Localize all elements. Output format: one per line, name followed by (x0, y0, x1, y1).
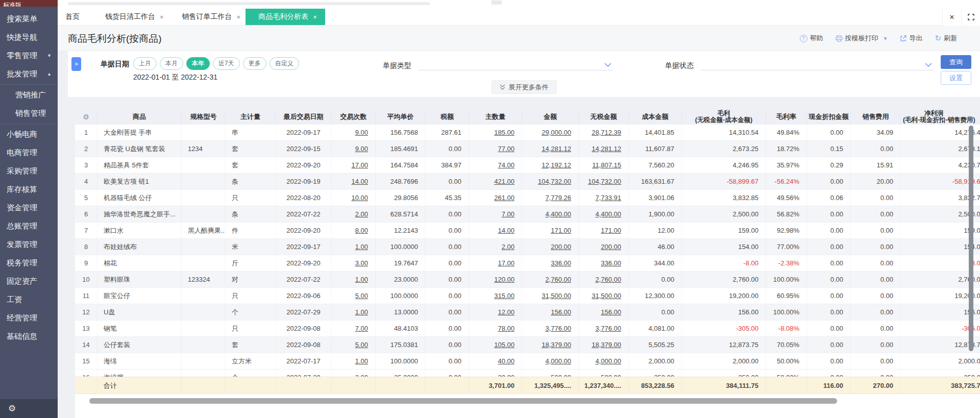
sidebar-item-经营管理[interactable]: 经营管理 (0, 309, 58, 327)
sidebar-item-基础信息[interactable]: 基础信息 (0, 327, 58, 346)
cell-net_amount[interactable]: 156.00 (579, 304, 629, 320)
cell-qty[interactable]: 77.00 (469, 141, 522, 157)
export-button[interactable]: 导出 (900, 34, 922, 43)
cell-trade_count[interactable]: 17.00 (332, 157, 376, 173)
cell-amount[interactable]: 4,000.00 (522, 353, 579, 369)
date-pill-自定义[interactable]: 自定义 (270, 57, 299, 70)
tab-钱货日清工作台[interactable]: 钱货日清工作台× (105, 9, 164, 25)
cell-qty[interactable]: 40.00 (469, 353, 522, 369)
sidebar-item-税务管理[interactable]: 税务管理 (0, 254, 58, 272)
cell-net_amount[interactable]: 500.00 (579, 370, 629, 377)
sidebar-item-工资[interactable]: 工资 (0, 290, 58, 309)
tab-首页[interactable]: 首页 (58, 9, 91, 25)
cell-net_amount[interactable]: 7,733.91 (579, 190, 629, 206)
cell-qty[interactable]: 105.00 (469, 337, 522, 353)
close-icon[interactable]: × (942, 9, 961, 26)
cell-qty[interactable]: 74.00 (469, 157, 522, 173)
cell-amount[interactable]: 3,776.00 (522, 321, 579, 336)
cell-qty[interactable]: 261.00 (469, 190, 522, 206)
sidebar-item-搜索菜单[interactable]: 搜索菜单 (0, 10, 58, 28)
cell-trade_count[interactable]: 3.00 (332, 255, 376, 271)
vertical-scrollbar-thumb[interactable] (969, 126, 973, 351)
settings-button[interactable]: 设置 (941, 71, 971, 85)
cell-net_amount[interactable]: 3,776.00 (579, 321, 629, 336)
cell-qty[interactable]: 315.00 (469, 288, 522, 304)
cell-amount[interactable]: 171.00 (522, 223, 579, 238)
sidebar-item-固定资产[interactable]: 固定资产 (0, 272, 58, 290)
fullscreen-icon[interactable] (961, 9, 980, 26)
cell-net_amount[interactable]: 11,807.15 (579, 157, 629, 173)
sidebar-item-采购管理[interactable]: 采购管理 (0, 162, 58, 180)
cell-trade_count[interactable]: 10.00 (332, 190, 376, 206)
cell-net_amount[interactable]: 200.00 (579, 239, 629, 255)
cell-amount[interactable]: 2,760.00 (522, 272, 579, 287)
help-button[interactable]: ? 帮助 (800, 34, 823, 43)
cell-amount[interactable]: 104,732.00 (522, 174, 579, 189)
date-pill-本年[interactable]: 本年 (186, 57, 210, 70)
cell-qty[interactable]: 20.00 (469, 370, 522, 377)
cell-net_amount[interactable]: 28,712.39 (579, 125, 629, 140)
date-pill-本月[interactable]: 本月 (160, 57, 183, 70)
sidebar-item-资金管理[interactable]: 资金管理 (0, 199, 58, 217)
cell-amount[interactable]: 336.00 (522, 255, 579, 271)
sidebar-item-营销推广[interactable]: 营销推广 (0, 86, 58, 104)
cell-net_amount[interactable]: 14,281.12 (579, 141, 629, 157)
sidebar-item-小畅电商[interactable]: 小畅电商 (0, 125, 58, 143)
cell-trade_count[interactable]: 1.00 (332, 304, 376, 320)
sidebar-item-快捷导航[interactable]: 快捷导航 (0, 28, 58, 46)
cell-amount[interactable]: 29,000.00 (522, 125, 579, 140)
sidebar-item-批发管理[interactable]: 批发管理▲ (0, 65, 58, 83)
print-by-template-button[interactable]: 按模板打印 ▼ (836, 34, 888, 43)
cell-amount[interactable]: 14,281.12 (522, 141, 579, 157)
cell-trade_count[interactable]: 9.00 (332, 125, 376, 140)
date-pill-近7天[interactable]: 近7天 (213, 57, 240, 70)
cell-trade_count[interactable]: 9.00 (332, 141, 376, 157)
cell-net_amount[interactable]: 171.00 (579, 223, 629, 238)
collapse-filter-button[interactable]: » (71, 57, 81, 71)
cell-net_amount[interactable]: 104,732.00 (579, 174, 629, 189)
expand-more-conditions-button[interactable]: 展开更多条件 (492, 80, 557, 94)
cell-qty[interactable]: 7.00 (469, 206, 522, 222)
cell-trade_count[interactable]: 8.00 (332, 223, 376, 238)
cell-amount[interactable]: 7,779.26 (522, 190, 579, 206)
cell-trade_count[interactable]: 14.00 (332, 174, 376, 189)
cell-qty[interactable]: 2.00 (469, 239, 522, 255)
type-select[interactable] (419, 58, 612, 70)
cell-net_amount[interactable]: 4,000.00 (579, 353, 629, 369)
close-tab-icon[interactable]: × (313, 13, 317, 21)
cell-trade_count[interactable]: 1.00 (332, 353, 376, 369)
cell-amount[interactable]: 500.00 (522, 370, 579, 377)
cell-qty[interactable]: 12.00 (469, 304, 522, 320)
status-select[interactable] (701, 58, 933, 70)
horizontal-scrollbar-thumb[interactable] (89, 398, 837, 404)
date-range-value[interactable]: 2022-01-01 至 2022-12-31 (133, 73, 217, 82)
tab-销售订单工作台[interactable]: 销售订单工作台× (182, 9, 241, 25)
cell-net_amount[interactable]: 4,400.00 (579, 206, 629, 222)
cell-qty[interactable]: 120.00 (469, 272, 522, 287)
sidebar-item-总账管理[interactable]: 总账管理 (0, 217, 58, 235)
cell-amount[interactable]: 12,192.12 (522, 157, 579, 173)
cell-qty[interactable]: 78.00 (469, 321, 522, 336)
sidebar-item-库存核算[interactable]: 库存核算 (0, 180, 58, 199)
cell-trade_count[interactable]: 5.00 (332, 288, 376, 304)
refresh-button[interactable]: ↻ 刷新 (935, 34, 957, 43)
cell-qty[interactable]: 14.00 (469, 223, 522, 238)
cell-amount[interactable]: 200.00 (522, 239, 579, 255)
close-tab-icon[interactable]: × (160, 13, 164, 21)
sidebar-item-零售管理[interactable]: 零售管理▼ (0, 46, 58, 65)
date-pill-更多[interactable]: 更多 (243, 57, 266, 70)
cell-trade_count[interactable]: 2.00 (332, 370, 376, 377)
cell-qty[interactable]: 185.00 (469, 125, 522, 140)
cell-trade_count[interactable]: 2.00 (332, 206, 376, 222)
sidebar-item-销售管理[interactable]: 销售管理 (0, 104, 58, 122)
query-button[interactable]: 查询 (941, 55, 971, 69)
cell-net_amount[interactable]: 2,760.00 (579, 272, 629, 287)
cell-amount[interactable]: 4,400.00 (522, 206, 579, 222)
cell-qty[interactable]: 421.00 (469, 174, 522, 189)
cell-trade_count[interactable]: 7.00 (332, 321, 376, 336)
cell-net_amount[interactable]: 31,500.00 (579, 288, 629, 304)
date-pill-上月[interactable]: 上月 (133, 57, 157, 70)
close-tab-icon[interactable]: × (237, 13, 241, 21)
cell-trade_count[interactable]: 1.00 (332, 239, 376, 255)
cell-net_amount[interactable]: 18,379.00 (579, 337, 629, 353)
